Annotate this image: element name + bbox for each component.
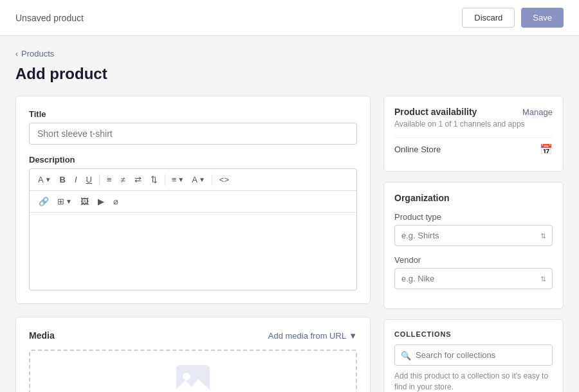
right-column: Product availability Manage Available on…	[383, 96, 564, 392]
media-header: Media Add media from URL ▼	[29, 330, 357, 341]
media-title: Media	[29, 330, 55, 341]
italic-button[interactable]: I	[71, 172, 81, 187]
align-left-button[interactable]: ≡	[103, 172, 116, 187]
discard-button[interactable]: Discard	[462, 8, 515, 28]
toolbar-sep-3	[212, 174, 212, 186]
editor-body[interactable]	[30, 213, 356, 290]
breadcrumb[interactable]: ‹ Products	[15, 49, 564, 58]
availability-subtitle: Available on 1 of 1 channels and apps	[394, 120, 553, 129]
font-label: A	[38, 175, 44, 184]
left-column: Title Description A ▼ B I U	[15, 96, 371, 392]
bold-button[interactable]: B	[56, 172, 69, 187]
toolbar-row-1: A ▼ B I U ≡ ≠ ⇄ ⇅ ≡ ▼	[30, 169, 356, 191]
toolbar-row-2: 🔗 ⊞ ▼ 🖼 ▶ ⌀	[30, 191, 356, 213]
add-media-arrow: ▼	[349, 331, 357, 341]
svg-point-1	[183, 373, 190, 380]
hr-button[interactable]: ⌀	[109, 194, 122, 209]
toolbar-sep-2	[165, 174, 165, 186]
topbar-actions: Discard Save	[462, 8, 564, 28]
vendor-label: Vendor	[394, 255, 553, 265]
editor-container: A ▼ B I U ≡ ≠ ⇄ ⇅ ≡ ▼	[29, 168, 357, 290]
align-arrow: ▼	[178, 176, 184, 183]
collections-title: COLLECTIONS	[394, 330, 553, 338]
organization-card: Organization Product type Vendor	[383, 182, 564, 309]
breadcrumb-label: Products	[21, 49, 54, 58]
font-dropdown[interactable]: A ▼	[35, 172, 55, 187]
align-center-button[interactable]: ≠	[117, 172, 129, 187]
collections-card: COLLECTIONS 🔍 Add this product to a coll…	[383, 319, 564, 392]
availability-card: Product availability Manage Available on…	[383, 96, 564, 172]
color-label: A	[192, 175, 198, 184]
table-dropdown[interactable]: ⊞ ▼	[54, 194, 75, 209]
product-type-group: Product type	[394, 212, 553, 246]
main-layout: Title Description A ▼ B I U	[15, 96, 564, 392]
product-type-wrapper	[394, 225, 553, 246]
calendar-icon[interactable]: 📅	[540, 143, 553, 156]
link-button[interactable]: 🔗	[35, 194, 53, 209]
search-icon: 🔍	[401, 350, 411, 360]
product-type-label: Product type	[394, 212, 553, 222]
color-dropdown[interactable]: A ▼	[188, 172, 208, 187]
toolbar-sep-1	[99, 174, 100, 186]
availability-header: Product availability Manage	[394, 107, 553, 117]
font-arrow: ▼	[45, 176, 51, 183]
product-type-input[interactable]	[394, 225, 553, 246]
manage-link[interactable]: Manage	[522, 107, 553, 117]
image-button[interactable]: 🖼	[77, 194, 93, 209]
organization-title: Organization	[394, 193, 553, 203]
video-button[interactable]: ▶	[94, 194, 108, 209]
vendor-input[interactable]	[394, 268, 553, 289]
media-card: Media Add media from URL ▼	[15, 317, 371, 392]
search-collections-input[interactable]	[394, 344, 553, 366]
align-dropdown[interactable]: ≡ ▼	[169, 172, 188, 187]
store-name: Online Store	[394, 145, 441, 154]
topbar: Unsaved product Discard Save	[0, 0, 579, 36]
description-label: Description	[29, 155, 357, 165]
outdent-button[interactable]: ⇅	[147, 172, 161, 187]
title-input[interactable]	[29, 123, 357, 145]
table-icon: ⊞	[57, 197, 64, 206]
media-placeholder-icon	[174, 362, 212, 392]
search-collections-wrapper: 🔍	[394, 344, 553, 366]
table-arrow: ▼	[66, 198, 72, 205]
add-media-link[interactable]: Add media from URL ▼	[268, 331, 357, 341]
topbar-title: Unsaved product	[15, 13, 84, 23]
align-label: ≡	[172, 175, 177, 184]
underline-button[interactable]: U	[82, 172, 96, 187]
indent-button[interactable]: ⇄	[131, 172, 145, 187]
color-arrow: ▼	[199, 176, 205, 183]
media-dropzone[interactable]	[29, 350, 357, 392]
save-button[interactable]: Save	[521, 8, 564, 28]
page-content: ‹ Products Add product Title Description…	[0, 36, 579, 392]
add-media-text: Add media from URL	[268, 331, 346, 341]
breadcrumb-arrow: ‹	[15, 49, 18, 58]
vendor-wrapper	[394, 268, 553, 289]
title-label: Title	[29, 109, 357, 119]
store-row: Online Store 📅	[394, 138, 553, 161]
code-button[interactable]: <>	[216, 172, 233, 187]
availability-title: Product availability	[394, 107, 477, 117]
product-card: Title Description A ▼ B I U	[15, 96, 371, 304]
vendor-group: Vendor	[394, 255, 553, 289]
collections-hint: Add this product to a collection so it's…	[394, 371, 553, 392]
page-title: Add product	[15, 65, 564, 83]
